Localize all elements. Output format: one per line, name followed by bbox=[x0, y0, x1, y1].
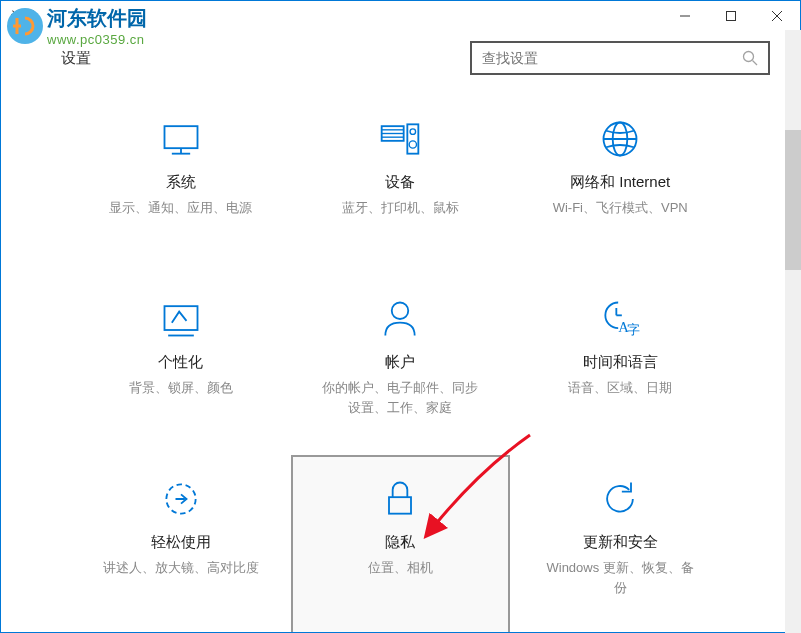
tile-desc: Windows 更新、恢复、备份 bbox=[540, 558, 700, 597]
svg-rect-19 bbox=[164, 306, 197, 330]
tile-desc: 显示、通知、应用、电源 bbox=[109, 198, 252, 218]
tile-desc: 蓝牙、打印机、鼠标 bbox=[342, 198, 459, 218]
tile-update-security[interactable]: 更新和安全 Windows 更新、恢复、备份 bbox=[510, 455, 730, 632]
update-icon bbox=[598, 477, 642, 521]
tile-desc: 背景、锁屏、颜色 bbox=[129, 378, 233, 398]
time-language-icon: A 字 bbox=[598, 297, 642, 341]
header-row: 设置 bbox=[21, 41, 780, 75]
devices-icon bbox=[378, 117, 422, 161]
tile-ease-of-access[interactable]: 轻松使用 讲述人、放大镜、高对比度 bbox=[71, 455, 291, 632]
content-area: 设置 系统 显示、通知、应用、电源 bbox=[1, 31, 800, 632]
tile-desc: 讲述人、放大镜、高对比度 bbox=[103, 558, 259, 578]
minimize-icon bbox=[680, 11, 690, 21]
titlebar: 设置 bbox=[1, 1, 800, 31]
tile-desc: 你的帐户、电子邮件、同步设置、工作、家庭 bbox=[320, 378, 480, 417]
tile-personalization[interactable]: 个性化 背景、锁屏、颜色 bbox=[71, 275, 291, 455]
tile-title: 帐户 bbox=[385, 353, 415, 372]
search-input[interactable] bbox=[482, 50, 742, 66]
maximize-button[interactable] bbox=[708, 1, 754, 31]
svg-point-15 bbox=[410, 141, 417, 148]
lock-icon bbox=[378, 477, 422, 521]
tile-desc: Wi-Fi、飞行模式、VPN bbox=[553, 198, 688, 218]
display-icon bbox=[159, 117, 203, 161]
person-icon bbox=[378, 297, 422, 341]
tile-privacy[interactable]: 隐私 位置、相机 bbox=[291, 455, 511, 632]
globe-icon bbox=[598, 117, 642, 161]
svg-point-14 bbox=[411, 129, 417, 135]
ease-of-access-icon bbox=[159, 477, 203, 521]
search-box[interactable] bbox=[470, 41, 770, 75]
tile-title: 轻松使用 bbox=[151, 533, 211, 552]
svg-rect-6 bbox=[164, 126, 197, 148]
close-icon bbox=[772, 11, 782, 21]
tile-title: 时间和语言 bbox=[583, 353, 658, 372]
tile-title: 隐私 bbox=[385, 533, 415, 552]
maximize-icon bbox=[726, 11, 736, 21]
scrollbar-thumb[interactable] bbox=[785, 130, 801, 270]
tile-title: 网络和 Internet bbox=[570, 173, 670, 192]
close-button[interactable] bbox=[754, 1, 800, 31]
svg-rect-1 bbox=[727, 12, 736, 21]
tile-desc: 语音、区域、日期 bbox=[568, 378, 672, 398]
svg-rect-27 bbox=[389, 497, 411, 514]
tile-accounts[interactable]: 帐户 你的帐户、电子邮件、同步设置、工作、家庭 bbox=[291, 275, 511, 455]
tile-desc: 位置、相机 bbox=[368, 558, 433, 578]
window-title: 设置 bbox=[1, 8, 35, 25]
personalization-icon bbox=[159, 297, 203, 341]
tile-time-language[interactable]: A 字 时间和语言 语音、区域、日期 bbox=[510, 275, 730, 455]
tile-devices[interactable]: 设备 蓝牙、打印机、鼠标 bbox=[291, 95, 511, 275]
svg-point-4 bbox=[744, 52, 754, 62]
settings-window: 设置 设置 bbox=[0, 0, 801, 633]
svg-text:字: 字 bbox=[627, 322, 640, 337]
settings-grid: 系统 显示、通知、应用、电源 设备 蓝牙、打印机、鼠标 bbox=[21, 95, 780, 632]
tile-title: 设备 bbox=[385, 173, 415, 192]
tile-network[interactable]: 网络和 Internet Wi-Fi、飞行模式、VPN bbox=[510, 95, 730, 275]
page-title: 设置 bbox=[21, 49, 91, 68]
vertical-scrollbar[interactable] bbox=[785, 30, 801, 633]
tile-system[interactable]: 系统 显示、通知、应用、电源 bbox=[71, 95, 291, 275]
svg-point-21 bbox=[392, 303, 409, 320]
search-icon bbox=[742, 50, 758, 66]
svg-line-5 bbox=[753, 61, 758, 66]
minimize-button[interactable] bbox=[662, 1, 708, 31]
tile-title: 系统 bbox=[166, 173, 196, 192]
tile-title: 个性化 bbox=[158, 353, 203, 372]
tile-title: 更新和安全 bbox=[583, 533, 658, 552]
